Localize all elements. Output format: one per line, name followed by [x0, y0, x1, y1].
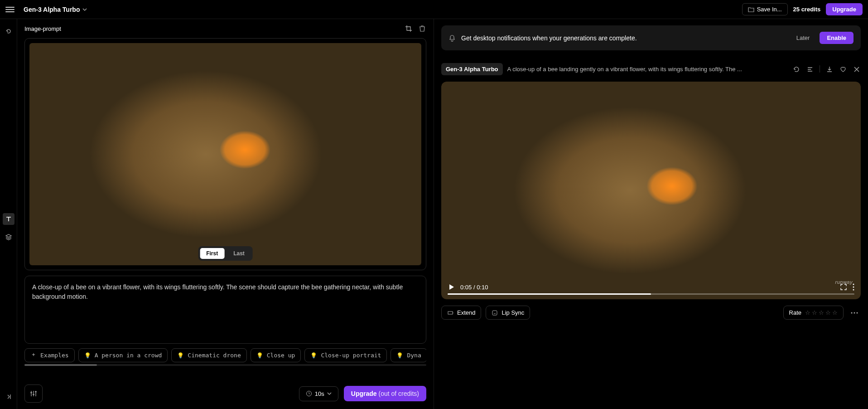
notification-text: Get desktop notifications when your gene…	[461, 34, 637, 42]
model-name: Gen-3 Alpha Turbo	[24, 6, 80, 13]
bell-icon	[448, 34, 456, 42]
credits-count: 25 credits	[793, 6, 821, 13]
fullscreen-icon[interactable]	[840, 283, 847, 291]
bulb-icon: 💡	[177, 352, 184, 359]
crop-icon[interactable]	[405, 24, 413, 33]
svg-point-2	[853, 287, 854, 288]
later-button[interactable]: Later	[791, 32, 815, 44]
time-display: 0:05 / 0:10	[460, 284, 488, 291]
svg-rect-5	[492, 311, 497, 315]
divider	[820, 65, 820, 73]
suggestion-chip[interactable]: 💡Dyna	[391, 348, 426, 362]
svg-point-1	[853, 284, 854, 285]
star-1[interactable]: ☆	[805, 309, 810, 316]
frame-toggle: First Last	[198, 246, 253, 261]
right-panel: Get desktop notifications when your gene…	[434, 19, 868, 409]
bulb-icon: 💡	[84, 352, 91, 359]
bulb-icon: 💡	[310, 352, 317, 359]
suggestion-row: Examples 💡A person in a crowd 💡Cinematic…	[24, 348, 426, 362]
svg-point-8	[857, 312, 858, 313]
first-frame-button[interactable]: First	[200, 248, 224, 259]
regenerate-icon[interactable]	[792, 65, 800, 73]
generate-button[interactable]: Upgrade (out of credits)	[344, 386, 426, 401]
svg-point-6	[851, 312, 853, 313]
collapse-rail-icon[interactable]	[3, 391, 14, 403]
chip-scrollbar[interactable]	[24, 364, 426, 366]
folder-icon	[748, 6, 754, 13]
menu-toggle[interactable]	[5, 5, 14, 14]
examples-chip[interactable]: Examples	[24, 348, 75, 362]
last-frame-button[interactable]: Last	[227, 248, 251, 259]
left-rail	[0, 19, 17, 409]
star-4[interactable]: ☆	[825, 309, 831, 316]
clock-icon	[306, 390, 312, 397]
star-3[interactable]: ☆	[819, 309, 824, 316]
chevron-down-icon	[327, 391, 332, 396]
duration-selector[interactable]: 10s	[299, 386, 338, 401]
upgrade-button[interactable]: Upgrade	[826, 3, 863, 15]
bulb-icon: 💡	[396, 352, 403, 359]
lip-sync-button[interactable]: Lip Sync	[486, 306, 530, 320]
extend-icon	[447, 310, 453, 316]
star-5[interactable]: ☆	[832, 309, 838, 316]
suggestion-chip[interactable]: 💡Cinematic drone	[171, 348, 246, 362]
delete-icon[interactable]	[418, 24, 426, 33]
favorite-icon[interactable]	[839, 65, 847, 73]
output-video-frame	[441, 82, 861, 299]
layers-icon[interactable]	[3, 231, 14, 243]
play-button[interactable]	[448, 283, 455, 291]
suggestion-chip[interactable]: 💡A person in a crowd	[78, 348, 168, 362]
undo-icon[interactable]	[3, 25, 14, 37]
star-2[interactable]: ☆	[812, 309, 817, 316]
rate-label: Rate	[789, 309, 801, 316]
video-player[interactable]: runway 0:05 / 0:10	[441, 82, 861, 299]
section-title: Image-prompt	[24, 25, 61, 32]
topbar: Gen-3 Alpha Turbo Save In... 25 credits …	[0, 0, 868, 19]
extend-button[interactable]: Extend	[441, 306, 481, 320]
model-selector[interactable]: Gen-3 Alpha Turbo	[24, 6, 87, 13]
image-prompt-area: First Last	[24, 38, 426, 270]
close-icon[interactable]	[853, 65, 861, 73]
suggestion-chip[interactable]: 💡Close up	[251, 348, 301, 362]
video-more-icon[interactable]	[853, 283, 854, 291]
progress-bar[interactable]	[448, 293, 854, 295]
prompt-textarea[interactable]: A close-up of a bee on a vibrant flower,…	[24, 276, 426, 344]
save-in-label: Save In...	[757, 6, 782, 13]
sparkle-icon	[30, 352, 37, 359]
text-tool-icon[interactable]	[3, 213, 14, 225]
download-icon[interactable]	[825, 65, 834, 73]
chevron-down-icon	[82, 7, 87, 12]
duration-label: 10s	[315, 390, 324, 397]
input-image[interactable]: First Last	[29, 43, 421, 265]
left-panel: Image-prompt First Last A close-up of a …	[17, 19, 434, 409]
output-model-pill: Gen-3 Alpha Turbo	[441, 63, 503, 75]
enable-button[interactable]: Enable	[820, 32, 854, 44]
svg-point-3	[853, 289, 854, 291]
more-options-button[interactable]	[848, 309, 861, 316]
svg-point-7	[854, 312, 855, 313]
generation-settings-button[interactable]	[24, 385, 43, 403]
suggestion-chip[interactable]: 💡Close-up portrait	[304, 348, 387, 362]
video-controls: 0:05 / 0:10	[441, 279, 861, 299]
lip-sync-icon	[492, 310, 498, 316]
output-header: Gen-3 Alpha Turbo A close-up of a bee la…	[441, 63, 861, 75]
notification-banner: Get desktop notifications when your gene…	[441, 25, 861, 50]
sliders-icon	[29, 390, 38, 398]
svg-rect-4	[448, 312, 453, 314]
output-prompt-text: A close-up of a bee landing gently on a …	[507, 66, 788, 73]
bulb-icon: 💡	[256, 352, 263, 359]
save-in-button[interactable]: Save In...	[742, 3, 788, 15]
queue-icon[interactable]	[806, 65, 814, 73]
rate-widget: Rate ☆ ☆ ☆ ☆ ☆	[783, 306, 844, 320]
